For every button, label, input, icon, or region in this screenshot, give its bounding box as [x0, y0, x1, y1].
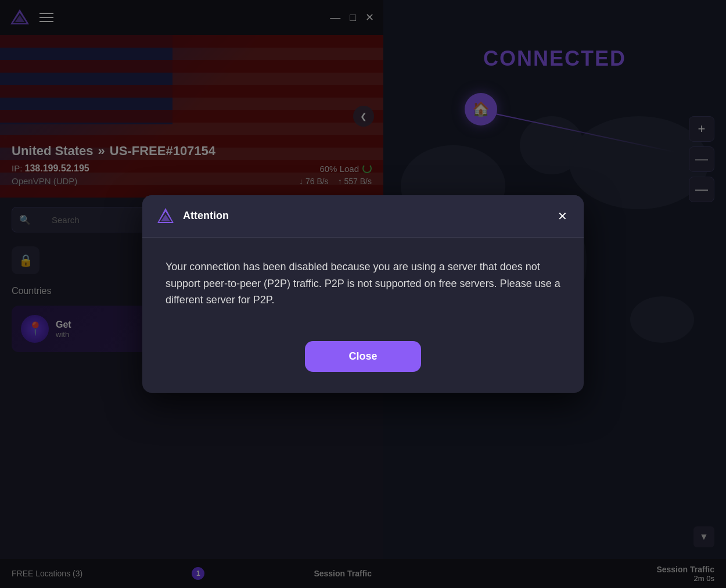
- modal-message: Your connection has been disabled becaus…: [166, 259, 560, 309]
- attention-modal: Attention ✕ Your connection has been dis…: [142, 195, 584, 393]
- modal-header: Attention ✕: [142, 195, 584, 238]
- modal-title: Attention: [183, 210, 547, 222]
- modal-logo: [156, 207, 175, 225]
- modal-overlay: Attention ✕ Your connection has been dis…: [0, 0, 726, 588]
- modal-body: Your connection has been disabled becaus…: [142, 238, 584, 329]
- modal-close-button[interactable]: ✕: [555, 207, 570, 225]
- modal-footer: Close: [142, 329, 584, 393]
- close-modal-button[interactable]: Close: [305, 341, 421, 372]
